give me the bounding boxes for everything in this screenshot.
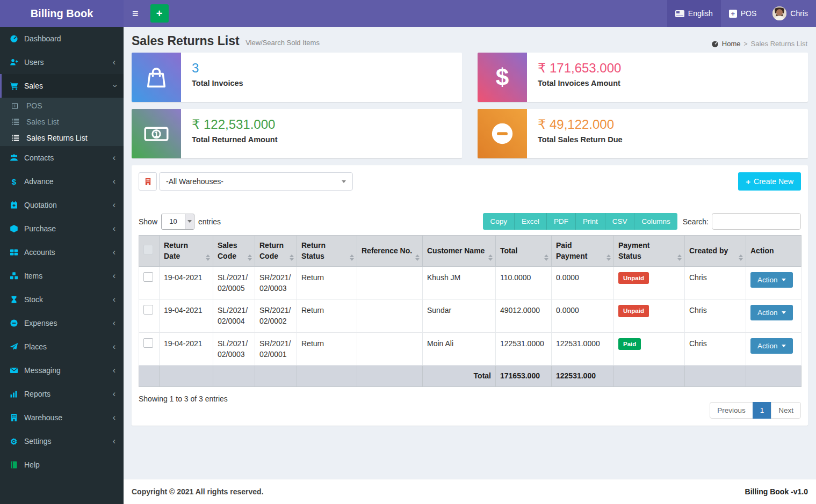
page-size-select[interactable]: 10 <box>161 214 194 230</box>
sidebar-label: Items <box>24 272 42 280</box>
chevron-left-icon: ‹ <box>113 437 115 445</box>
plus-square-icon: + <box>12 103 23 109</box>
sidebar-label: Dashboard <box>24 34 61 43</box>
previous-page-button[interactable]: Previous <box>710 402 753 419</box>
chevron-left-icon: ‹ <box>113 58 115 67</box>
row-checkbox[interactable] <box>143 338 153 348</box>
header-return-date[interactable]: Return Date <box>160 236 213 267</box>
stat-card-total-invoices: 3 Total Invoices <box>132 53 462 102</box>
minus-circle-icon <box>478 109 527 158</box>
chevron-left-icon: ‹ <box>113 272 115 280</box>
print-button[interactable]: Print <box>575 213 605 230</box>
sidebar-item-settings[interactable]: ⚙ Settings ‹ <box>0 429 124 453</box>
return-status-cell: Return <box>297 300 357 333</box>
breadcrumb-home-icon <box>711 40 719 48</box>
sort-icon <box>248 254 252 261</box>
select-all-header[interactable] <box>139 236 160 267</box>
sidebar-item-warehouse[interactable]: Warehouse ‹ <box>0 406 124 429</box>
select-all-checkbox[interactable] <box>143 245 153 254</box>
pdf-button[interactable]: PDF <box>546 213 575 230</box>
sidebar-item-sales-returns-list[interactable]: Sales Returns List <box>0 130 124 146</box>
row-checkbox[interactable] <box>143 272 153 282</box>
sidebar-item-contacts[interactable]: Contacts ‹ <box>0 146 124 170</box>
page-1-button[interactable]: 1 <box>753 402 772 419</box>
sidebar-item-users[interactable]: Users ‹ <box>0 50 124 74</box>
columns-button[interactable]: Columns <box>634 213 677 230</box>
row-select-cell <box>139 300 160 333</box>
action-dropdown-button[interactable]: Action <box>750 272 793 288</box>
panel-toolbar: -All Warehouses- + Create New <box>139 172 801 191</box>
sidebar-item-help[interactable]: Help <box>0 453 124 477</box>
pos-label: POS <box>741 9 757 18</box>
copy-button[interactable]: Copy <box>483 213 514 230</box>
header-customer-name[interactable]: Customer Name <box>423 236 496 267</box>
language-icon <box>675 10 684 17</box>
return-date-cell: 19-04-2021 <box>160 266 213 300</box>
user-menu[interactable]: Chris <box>764 0 816 27</box>
dollar-sign-icon: $ <box>478 53 527 102</box>
header-return-code[interactable]: Return Code <box>255 236 297 267</box>
top-navbar: Billing Book ≡ + English + POS <box>0 0 816 27</box>
app-logo[interactable]: Billing Book <box>0 0 124 27</box>
customer-name-cell: Moin Ali <box>423 332 496 366</box>
sidebar-item-items[interactable]: Items ‹ <box>0 264 124 288</box>
sidebar-toggle-icon[interactable]: ≡ <box>124 0 147 27</box>
create-new-button[interactable]: + Create New <box>738 172 801 191</box>
excel-button[interactable]: Excel <box>514 213 546 230</box>
search-control: Search: <box>683 213 801 230</box>
header-total[interactable]: Total <box>496 236 552 267</box>
quick-add-button[interactable]: + <box>150 4 169 23</box>
sidebar-item-pos[interactable]: + POS <box>0 98 124 114</box>
sidebar-label: Places <box>24 342 47 351</box>
status-badge: Paid <box>618 338 641 350</box>
page-size-control: Show 10 entries <box>139 214 221 230</box>
header-created-by[interactable]: Created by <box>685 236 746 267</box>
header-sales-code[interactable]: Sales Code <box>213 236 255 267</box>
header-payment-status[interactable]: Payment Status <box>614 236 685 267</box>
sidebar: Dashboard Users ‹ Sales ‹ + POS Sales Li… <box>0 27 124 504</box>
sidebar-item-messaging[interactable]: Messaging ‹ <box>0 359 124 382</box>
payment-status-cell: Unpaid <box>614 266 685 300</box>
header-reference-no[interactable]: Reference No. <box>357 236 423 267</box>
action-dropdown-button[interactable]: Action <box>750 305 793 320</box>
header-return-status[interactable]: Return Status <box>297 236 357 267</box>
chevron-down-icon: ‹ <box>110 84 118 87</box>
cubes-icon <box>8 272 20 280</box>
sidebar-item-sales[interactable]: Sales ‹ <box>0 74 124 98</box>
sidebar-item-purchase[interactable]: Purchase ‹ <box>0 217 124 240</box>
app-title: Billing Book <box>31 8 93 19</box>
row-checkbox[interactable] <box>143 305 153 315</box>
return-code-cell: SR/2021/02/0002 <box>255 300 297 333</box>
pos-plus-square-icon: + <box>729 10 737 18</box>
reference-no-cell <box>357 300 423 333</box>
breadcrumb-home-link[interactable]: Home <box>722 40 741 48</box>
language-menu[interactable]: English <box>667 0 721 27</box>
payment-status-cell: Paid <box>614 332 685 366</box>
action-dropdown-button[interactable]: Action <box>750 338 793 354</box>
search-input[interactable] <box>712 213 801 230</box>
header-paid-payment[interactable]: Paid Payment <box>552 236 614 267</box>
sidebar-item-quotation[interactable]: Quotation ‹ <box>0 193 124 217</box>
caret-down-icon <box>782 311 786 314</box>
sidebar-item-sales-list[interactable]: Sales List <box>0 114 124 130</box>
sidebar-item-accounts[interactable]: Accounts ‹ <box>0 240 124 264</box>
sidebar-item-stock[interactable]: Stock ‹ <box>0 288 124 311</box>
caret-down-icon <box>782 345 786 347</box>
next-page-button[interactable]: Next <box>771 402 801 419</box>
sidebar-item-advance[interactable]: $ Advance ‹ <box>0 170 124 193</box>
sidebar-label: Users <box>24 58 44 67</box>
sidebar-item-expenses[interactable]: Expenses ‹ <box>0 311 124 335</box>
pos-link[interactable]: + POS <box>721 0 765 27</box>
warehouse-filter-select[interactable]: -All Warehouses- <box>159 172 353 191</box>
sidebar-item-places[interactable]: Places ‹ <box>0 335 124 359</box>
status-badge: Unpaid <box>618 272 649 284</box>
sidebar-item-dashboard[interactable]: Dashboard <box>0 27 124 50</box>
sidebar-label: Contacts <box>24 154 54 162</box>
cart-icon <box>8 82 20 90</box>
sidebar-item-reports[interactable]: Reports ‹ <box>0 382 124 406</box>
sales-code-cell: SL/2021/02/0004 <box>213 300 255 333</box>
customer-name-cell: Khush JM <box>423 266 496 300</box>
sidebar-label: Sales List <box>26 118 59 126</box>
csv-button[interactable]: CSV <box>605 213 634 230</box>
sort-icon <box>606 254 611 261</box>
